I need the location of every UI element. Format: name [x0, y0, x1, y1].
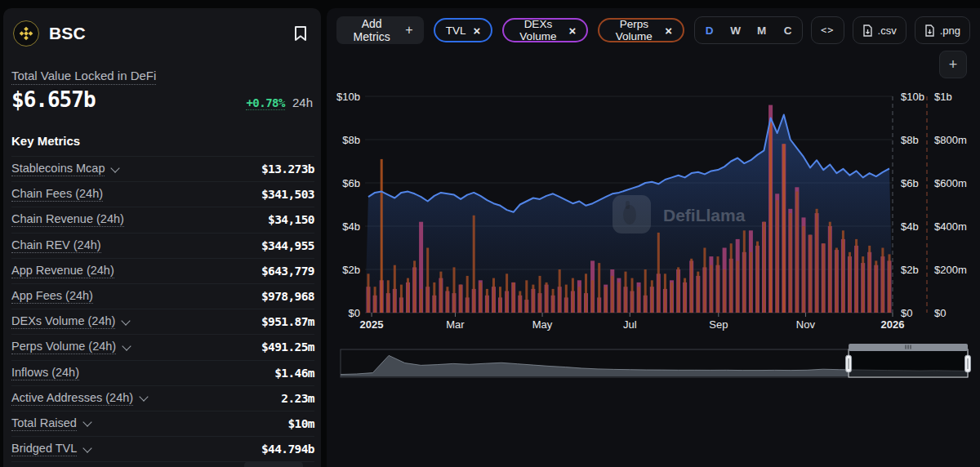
brush-handle-left[interactable] [846, 355, 852, 372]
metric-pills: TVL×DEXs Volume×Perps Volume× [434, 18, 684, 42]
plus-icon: + [405, 23, 412, 38]
bsc-logo [13, 20, 39, 47]
metric-value: $34,150 [268, 213, 314, 226]
close-icon[interactable]: × [473, 24, 480, 37]
svg-text:2026: 2026 [881, 318, 905, 331]
chevron-down-icon[interactable] [111, 163, 120, 172]
png-export-button[interactable]: .png [915, 16, 970, 44]
file-download-icon [862, 24, 873, 37]
metric-pill-dexs-volume[interactable]: DEXs Volume× [502, 18, 588, 42]
metric-value: $10m [287, 417, 314, 430]
metric-row: Total Raised$10m [11, 411, 314, 437]
brush-handle-right[interactable] [965, 355, 971, 372]
metric-row: App Revenue (24h)$643,779 [11, 259, 314, 284]
tvl-row: $6.657b +0.78% 24h [3, 85, 321, 112]
metric-row: Chain REV (24h)$344,955 [11, 234, 314, 259]
key-metrics-title: Key Metrics [11, 134, 321, 148]
metric-label[interactable]: Total Raised [11, 416, 77, 431]
metric-pill-tvl[interactable]: TVL× [434, 18, 493, 42]
svg-text:$10b: $10b [336, 91, 360, 103]
chevron-down-icon[interactable] [83, 443, 92, 452]
bookmark-icon[interactable] [293, 25, 308, 42]
metric-value: $344,955 [261, 239, 314, 252]
svg-text:$0: $0 [901, 307, 912, 319]
close-icon[interactable]: × [569, 24, 577, 37]
metric-value: $341,503 [261, 188, 314, 201]
metric-row: Bridged TVL$44.794b [11, 437, 314, 462]
interval-selector: DWMC [694, 16, 803, 44]
svg-text:$4b: $4b [342, 220, 360, 233]
metric-pill-perps-volume[interactable]: Perps Volume× [598, 18, 684, 42]
metric-value: $491.25m [261, 340, 314, 354]
embed-code-button[interactable]: <> [811, 16, 844, 44]
metric-label[interactable]: App Fees (24h) [11, 289, 93, 304]
svg-text:$8b: $8b [901, 134, 919, 146]
svg-text:$0: $0 [934, 307, 946, 319]
tvl-volume-chart[interactable]: $10b$10b$1b$8b$8b$800m$6b$6b$600m$4b$4b$… [327, 8, 980, 467]
svg-text:Sep: Sep [709, 318, 728, 331]
pill-label: TVL [446, 24, 466, 37]
png-label: .png [940, 24, 960, 37]
metric-label[interactable]: Chain Revenue (24h) [11, 212, 124, 227]
svg-text:$6b: $6b [342, 177, 360, 189]
bnb-diamond-icon [19, 26, 33, 41]
svg-text:$2b: $2b [342, 264, 360, 276]
svg-text:$10b: $10b [901, 91, 924, 103]
add-metrics-label: Add Metrics [347, 17, 396, 43]
metric-label[interactable]: App Revenue (24h) [11, 264, 114, 278]
brush-selection[interactable] [849, 349, 968, 377]
chain-title: BSC [49, 24, 86, 43]
metric-label[interactable]: Chain REV (24h) [11, 238, 101, 253]
key-metrics-table: Stablecoins Mcap$13.273bChain Fees (24h)… [11, 156, 314, 462]
metric-label[interactable]: Perps Volume (24h) [11, 340, 116, 354]
tvl-change-24h[interactable]: +0.78% [246, 96, 285, 110]
metric-value: $978,968 [261, 290, 314, 303]
sidebar-bottom-partial-button[interactable] [244, 461, 303, 467]
metric-value: $951.87m [261, 315, 314, 328]
csv-label: .csv [878, 24, 897, 37]
interval-button-m[interactable]: M [751, 20, 773, 41]
svg-text:$200m: $200m [934, 264, 967, 276]
file-download-icon [924, 24, 935, 37]
metric-row: Active Addresses (24h)2.23m [11, 386, 314, 411]
svg-text:Nov: Nov [796, 318, 816, 331]
chevron-down-icon[interactable] [122, 316, 131, 325]
csv-export-button[interactable]: .csv [853, 16, 906, 44]
chevron-down-icon[interactable] [122, 341, 131, 350]
svg-text:$4b: $4b [901, 220, 919, 233]
svg-text:May: May [532, 318, 553, 331]
metric-label[interactable]: Stablecoins Mcap [11, 162, 105, 176]
chain-header: BSC [3, 8, 321, 47]
metric-label[interactable]: Active Addresses (24h) [11, 391, 133, 406]
metric-row: DEXs Volume (24h)$951.87m [11, 309, 314, 335]
pill-label: Perps Volume [610, 18, 657, 42]
svg-text:$2b: $2b [901, 264, 919, 276]
metric-label[interactable]: Bridged TVL [11, 442, 77, 456]
add-metrics-button[interactable]: Add Metrics + [336, 16, 424, 44]
chart-zoom-plus-button[interactable]: + [939, 51, 967, 78]
svg-text:Jul: Jul [623, 318, 637, 331]
tvl-value: $6.657b [11, 87, 96, 112]
metric-label[interactable]: DEXs Volume (24h) [11, 314, 115, 329]
range-brush[interactable] [341, 344, 971, 377]
metric-label[interactable]: Inflows (24h) [11, 366, 79, 380]
chevron-down-icon[interactable] [139, 393, 148, 402]
svg-text:$600m: $600m [934, 177, 967, 189]
chart-panel: Add Metrics + TVL×DEXs Volume×Perps Volu… [327, 8, 980, 467]
metric-label[interactable]: Chain Fees (24h) [11, 187, 103, 202]
interval-button-d[interactable]: D [698, 20, 720, 41]
close-icon[interactable]: × [665, 24, 672, 37]
interval-button-w[interactable]: W [724, 20, 746, 41]
metric-row: App Fees (24h)$978,968 [11, 284, 314, 309]
svg-text:Mar: Mar [446, 318, 465, 331]
chevron-down-icon[interactable] [82, 418, 91, 427]
x-axis: 2025MarMayJulSepNov2026 [360, 313, 905, 331]
metric-row: Inflows (24h)$1.46m [11, 361, 314, 386]
svg-text:$8b: $8b [342, 134, 360, 146]
svg-text:2025: 2025 [360, 318, 384, 331]
chain-overview-panel: BSC Total Value Locked in DeFi $6.657b +… [3, 8, 321, 467]
metric-row: Chain Fees (24h)$341,503 [11, 182, 314, 207]
interval-button-c[interactable]: C [777, 20, 799, 41]
svg-text:$6b: $6b [901, 177, 919, 189]
tvl-label[interactable]: Total Value Locked in DeFi [11, 69, 156, 85]
